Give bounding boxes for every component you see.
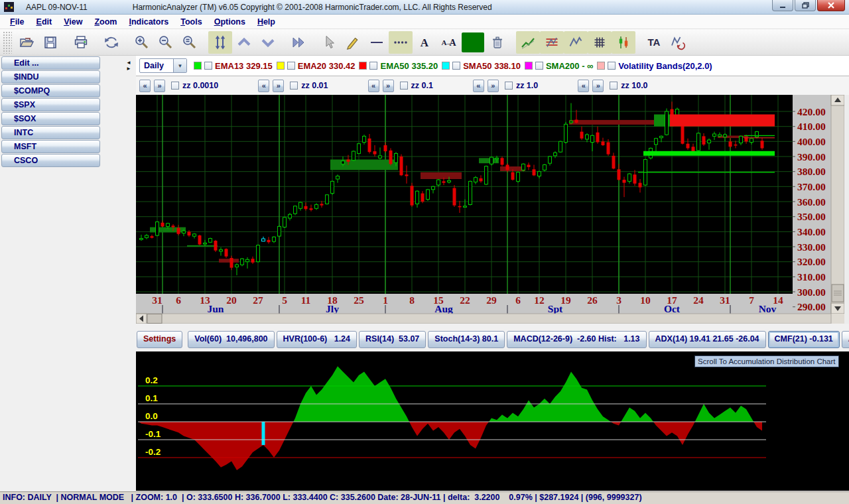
open-icon[interactable] bbox=[15, 31, 38, 54]
zz-checkbox[interactable] bbox=[400, 82, 408, 90]
save-icon[interactable] bbox=[38, 31, 62, 54]
chevron-left-icon[interactable]: « bbox=[473, 80, 484, 92]
sidebar-item-sox[interactable]: $SOX bbox=[1, 112, 100, 125]
legend-item: SMA200 - ∞ bbox=[525, 61, 593, 71]
zigzag-icon[interactable] bbox=[564, 31, 588, 54]
zz-checkbox[interactable] bbox=[610, 82, 618, 90]
zoom-in-icon[interactable] bbox=[130, 31, 154, 54]
zigzag-control: « » zz 10.0 bbox=[578, 80, 647, 92]
legend-label: EMA20 330.42 bbox=[298, 61, 356, 71]
indicator-button-accum-diss[interactable]: Accum/Diss(20) bbox=[842, 331, 849, 348]
svg-text:3: 3 bbox=[616, 294, 621, 306]
sidebar-item-spx[interactable]: $SPX bbox=[1, 98, 100, 111]
svg-text:12: 12 bbox=[534, 294, 545, 306]
font-icon[interactable]: A→A bbox=[436, 31, 460, 54]
timeframe-select[interactable]: Daily ▼ bbox=[139, 58, 187, 73]
svg-text:340.00: 340.00 bbox=[797, 226, 826, 237]
sidebar-item-msft[interactable]: MSFT bbox=[1, 140, 100, 153]
title-app-text: HarmonicAnalyzer (TM) v6.05 Copyright © … bbox=[133, 3, 492, 12]
legend-checkbox[interactable] bbox=[369, 62, 377, 70]
chevron-right-icon[interactable]: » bbox=[383, 80, 394, 92]
indicator-button-rsi[interactable]: RSI(14) 53.07 bbox=[359, 331, 426, 348]
trash-icon[interactable] bbox=[486, 31, 509, 54]
zz-checkbox[interactable] bbox=[290, 82, 298, 90]
menu-tools[interactable]: Tools bbox=[174, 16, 208, 28]
menu-zoom[interactable]: Zoom bbox=[88, 16, 123, 28]
legend-checkbox[interactable] bbox=[452, 62, 460, 70]
print-icon[interactable] bbox=[69, 31, 93, 54]
menu-indicators[interactable]: Indicators bbox=[123, 16, 174, 28]
legend-label: EMA13 329.15 bbox=[215, 61, 273, 71]
chevron-right-icon[interactable]: » bbox=[488, 80, 499, 92]
grid-icon[interactable] bbox=[588, 31, 612, 54]
indicator-button-stoch[interactable]: Stoch(14-3) 80.1 bbox=[428, 331, 505, 348]
sidebar-item-intc[interactable]: INTC bbox=[1, 126, 100, 139]
indicator-button-cmf[interactable]: CMF(21) -0.131 bbox=[768, 331, 840, 348]
chevron-right-icon[interactable]: » bbox=[273, 80, 284, 92]
sidebar-item-compq[interactable]: $COMPQ bbox=[1, 84, 100, 97]
window-controls bbox=[772, 0, 845, 11]
toolbar-grip[interactable] bbox=[3, 31, 12, 54]
svg-text:6: 6 bbox=[176, 294, 181, 306]
refresh-icon[interactable] bbox=[99, 31, 123, 54]
menu-view[interactable]: View bbox=[58, 16, 88, 28]
sidebar-item-indu[interactable]: $INDU bbox=[1, 70, 100, 84]
menu-bar: FileEditViewZoomIndicatorsToolsOptionsHe… bbox=[0, 15, 849, 29]
sidebar-item-edit[interactable]: Edit ... bbox=[1, 56, 100, 70]
timeframe-value: Daily bbox=[140, 61, 173, 70]
fib-icon[interactable] bbox=[540, 31, 564, 54]
chevron-right-icon[interactable]: » bbox=[592, 80, 604, 92]
zz-label: zz 0.1 bbox=[411, 81, 433, 90]
indicator-button-settings[interactable]: Settings bbox=[137, 331, 182, 348]
indicator-button-vol[interactable]: Vol(60) 10,496,800 bbox=[188, 331, 274, 348]
sidebar-item-csco[interactable]: CSCO bbox=[1, 154, 100, 167]
color-swatch bbox=[525, 62, 533, 70]
svg-text:Jly: Jly bbox=[326, 303, 339, 314]
candles-icon[interactable] bbox=[612, 31, 635, 54]
menu-file[interactable]: File bbox=[4, 16, 31, 28]
chevron-left-icon[interactable]: « bbox=[258, 80, 269, 92]
indicator-button-hvr[interactable]: HVR(100-6) 1.24 bbox=[277, 331, 357, 348]
color-swatch bbox=[359, 62, 367, 70]
menu-edit[interactable]: Edit bbox=[31, 16, 58, 28]
cmf-indicator-chart[interactable]: 0.20.10.0-0.1-0.2 bbox=[136, 351, 849, 491]
chevron-left-icon[interactable]: « bbox=[139, 80, 151, 92]
chevron-right-icon[interactable]: » bbox=[154, 80, 165, 92]
minimize-button[interactable] bbox=[772, 0, 793, 11]
zoom-out-icon[interactable] bbox=[154, 31, 178, 54]
menu-help[interactable]: Help bbox=[251, 16, 281, 28]
pencil-icon[interactable] bbox=[341, 31, 365, 54]
chevron-down-icon[interactable]: ▼ bbox=[173, 59, 186, 72]
scale-y-icon[interactable] bbox=[208, 31, 232, 54]
zoom-reset-icon[interactable] bbox=[178, 31, 202, 54]
indicator-button-macd[interactable]: MACD(12-26-9) -2.60 Hist: 1.13 bbox=[507, 331, 646, 348]
trend-icon[interactable] bbox=[516, 31, 540, 54]
sidebar-splitter[interactable]: ◄► bbox=[125, 60, 133, 77]
line-icon[interactable] bbox=[365, 31, 389, 54]
menu-options[interactable]: Options bbox=[208, 16, 251, 28]
restore-button[interactable] bbox=[795, 0, 816, 11]
chevron-up-icon[interactable] bbox=[232, 31, 256, 54]
svg-text:390.00: 390.00 bbox=[797, 151, 826, 162]
cursor-icon[interactable] bbox=[317, 31, 341, 54]
indicator-button-adx[interactable]: ADX(14) 19.41 21.65 -26.04 bbox=[649, 331, 766, 348]
svg-text:0.1: 0.1 bbox=[145, 393, 158, 403]
zz-checkbox[interactable] bbox=[171, 82, 179, 90]
legend-checkbox[interactable] bbox=[204, 62, 212, 70]
legend-checkbox[interactable] bbox=[535, 62, 543, 70]
color-icon[interactable] bbox=[462, 32, 484, 52]
legend-checkbox[interactable] bbox=[287, 62, 295, 70]
zz-checkbox[interactable] bbox=[505, 82, 513, 90]
chevron-left-icon[interactable]: « bbox=[578, 80, 589, 92]
fast-forward-icon[interactable] bbox=[287, 31, 310, 54]
symbol-sidebar: Edit ...$INDU$COMPQ$SPX$SOXINTCMSFTCSCO◄… bbox=[0, 56, 136, 491]
zigzag-reset-icon[interactable] bbox=[666, 31, 690, 54]
ta-icon[interactable]: TA bbox=[642, 31, 666, 54]
chevron-down-icon[interactable] bbox=[256, 31, 280, 54]
close-button[interactable] bbox=[817, 0, 845, 11]
text-icon[interactable]: A bbox=[413, 31, 436, 54]
legend-checkbox[interactable] bbox=[608, 62, 616, 70]
price-chart[interactable]: 420.00410.00400.00390.00380.00370.00360.… bbox=[136, 95, 849, 324]
dots-icon[interactable] bbox=[389, 31, 413, 54]
chevron-left-icon[interactable]: « bbox=[368, 80, 379, 92]
